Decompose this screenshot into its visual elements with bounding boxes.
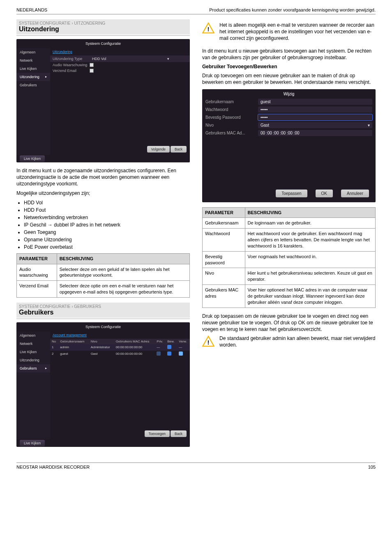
chevron-right-icon: ▸ bbox=[45, 75, 47, 79]
body-text: Mogelijke uitzonderingstypen zijn; bbox=[16, 190, 190, 197]
list-item: HDD Fout bbox=[24, 206, 190, 214]
right-column: ! Het is alleen mogelijk een e-mail te v… bbox=[202, 19, 376, 452]
td: Hier kunt u het gebruikersniveau selecte… bbox=[245, 268, 375, 285]
section-header-exception: SYSTEEM CONFIGURATIE › UITZONDERING Uitz… bbox=[16, 19, 190, 35]
warning-block: ! Het is alleen mogelijk een e-mail te v… bbox=[202, 22, 376, 42]
sidebar-item-gebruikers[interactable]: Gebruikers▸ bbox=[16, 364, 50, 372]
body-text: Druk op toevoegen om een nieuwe gebruike… bbox=[202, 72, 376, 86]
page-footer: NEOSTAR HARDDISK RECORDER 105 bbox=[16, 462, 376, 469]
chevron-right-icon: ▸ bbox=[45, 366, 47, 370]
chevron-down-icon: ▾ bbox=[167, 57, 169, 61]
list-item: PoE Power overbelast bbox=[24, 243, 190, 251]
list-item: Geen Toegang bbox=[24, 229, 190, 236]
sidebar: Algemeen Netwerk Live Kijken Uitzonderin… bbox=[16, 331, 50, 439]
svg-text:!: ! bbox=[208, 25, 210, 32]
td: Verzend Email bbox=[17, 281, 57, 298]
td: Het wachtwoord voor de gebruiker. Een wa… bbox=[245, 229, 375, 252]
th: Nivo bbox=[89, 339, 114, 344]
th: Priv. bbox=[155, 339, 166, 344]
header-left: NEDERLANDS bbox=[16, 7, 47, 12]
ok-button[interactable]: OK bbox=[316, 190, 333, 197]
confirm-password-input[interactable]: ••••• bbox=[258, 114, 372, 120]
sidebar-item-algemeen[interactable]: Algemeen bbox=[16, 331, 50, 340]
th: Gebruikers MAC Adres bbox=[114, 339, 155, 344]
td: De loginnaam van de gebruiker. bbox=[245, 218, 375, 229]
sidebar-item-livekijken[interactable]: Live Kijken bbox=[16, 65, 50, 73]
warning-icon: ! bbox=[202, 335, 214, 347]
th-description: BESCHRIJVING bbox=[245, 207, 375, 218]
breadcrumb: Account management bbox=[50, 331, 190, 339]
list-item: Netwerkverbinding verbroken bbox=[24, 214, 190, 221]
add-button[interactable]: Toevoegen bbox=[145, 430, 170, 437]
privilege-icon[interactable] bbox=[157, 352, 161, 356]
td: Selecteer deze om een geluid af te laten… bbox=[57, 264, 189, 281]
panel-title: Systeem Configuratie bbox=[16, 322, 190, 331]
sidebar-item-uitzondering[interactable]: Uitzondering▸ bbox=[16, 73, 50, 81]
field-label: Wachtwoord bbox=[205, 107, 255, 112]
table-row[interactable]: 1 admin Administrator 00:00:00:00:00:00 … bbox=[50, 344, 190, 351]
divider bbox=[16, 35, 190, 36]
table-row[interactable]: 2 guest Gast 00:00:00:00:00:00 bbox=[50, 351, 190, 357]
sidebar-item-netwerk[interactable]: Netwerk bbox=[16, 340, 50, 348]
exception-type-select[interactable]: HDD Vol▾ bbox=[90, 56, 172, 61]
warning-icon: ! bbox=[202, 22, 214, 34]
kicker: SYSTEEM CONFIGURATIE › UITZONDERING bbox=[19, 21, 187, 25]
user-table: No Gebruikersnaam Nivo Gebruikers MAC Ad… bbox=[50, 339, 190, 357]
exception-param-table: PARAMETERBESCHRIJVING Audio waarschuwing… bbox=[16, 253, 190, 298]
row-label: Verzend Email bbox=[53, 69, 90, 73]
th: Bew. bbox=[166, 339, 177, 344]
delete-icon[interactable] bbox=[179, 352, 183, 356]
panel-title: Systeem Configuratie bbox=[16, 39, 190, 48]
list-item: IP Geschil → dubbel IP adres in het netw… bbox=[24, 221, 190, 229]
th: No bbox=[50, 339, 58, 344]
live-kijken-button[interactable]: Live Kijken bbox=[20, 155, 45, 162]
bullet-list: HDD Vol HDD Fout Netwerkverbinding verbr… bbox=[24, 199, 190, 251]
footer-right: 105 bbox=[368, 465, 376, 469]
td: Bevestig paswoord bbox=[203, 251, 245, 268]
header-right: Product specificaties kunnen zonder voor… bbox=[209, 7, 376, 12]
sidebar-item-livekijken[interactable]: Live Kijken bbox=[16, 348, 50, 356]
subheading: Gebruiker Toevoegen/Bewerken bbox=[202, 63, 376, 70]
td: Nivo bbox=[203, 268, 245, 285]
breadcrumb: Uitzondering bbox=[50, 48, 190, 56]
td: Voer nogmaals het wachtwoord in. bbox=[245, 251, 375, 268]
sidebar-item-gebruikers[interactable]: Gebruikers bbox=[16, 81, 50, 89]
td: Audio waarschuwing bbox=[17, 264, 57, 281]
audio-checkbox[interactable] bbox=[90, 63, 94, 67]
edit-icon[interactable] bbox=[167, 345, 171, 349]
th: Gebruikersnaam bbox=[58, 339, 89, 344]
sidebar-item-algemeen[interactable]: Algemeen bbox=[16, 48, 50, 56]
th-parameter: PARAMETER bbox=[203, 207, 245, 218]
body-text: In dit menu kunt u nieuwe gebruikers toe… bbox=[202, 48, 376, 61]
mac-input[interactable]: 00 :00 :00 :00 :00 :00 bbox=[258, 130, 372, 136]
sidebar-item-netwerk[interactable]: Netwerk bbox=[16, 56, 50, 65]
divider bbox=[16, 319, 190, 319]
title: Uitzondering bbox=[19, 25, 187, 33]
next-button[interactable]: Volgende bbox=[147, 146, 170, 153]
td: Selecteer deze optie om een e-mail te ve… bbox=[57, 281, 189, 298]
field-label: Bevestig Paswoord bbox=[205, 115, 255, 120]
th-description: BESCHRIJVING bbox=[57, 253, 189, 264]
username-input[interactable]: guest bbox=[258, 99, 372, 105]
email-checkbox[interactable] bbox=[90, 69, 94, 73]
back-button[interactable]: Back bbox=[171, 146, 187, 153]
apply-button[interactable]: Toepassen bbox=[276, 190, 307, 197]
th: Verw. bbox=[177, 339, 190, 344]
row-label: Audio Waarschuwing bbox=[53, 63, 90, 67]
edit-icon[interactable] bbox=[167, 352, 171, 356]
list-item: HDD Vol bbox=[24, 199, 190, 206]
warning-text: De standaard gebruiker admin kan alleen … bbox=[219, 335, 376, 348]
list-item: Opname Uitzondering bbox=[24, 236, 190, 243]
back-button[interactable]: Back bbox=[171, 430, 187, 437]
chevron-down-icon: ▾ bbox=[368, 123, 370, 127]
td: Voer hier optioneel het MAC adres in van… bbox=[245, 285, 375, 308]
password-input[interactable]: ••••• bbox=[258, 106, 372, 113]
sidebar-item-uitzondering[interactable]: Uitzondering bbox=[16, 356, 50, 364]
live-kijken-button[interactable]: Live Kijken bbox=[20, 440, 45, 446]
field-label: Gebruikers MAC Ad... bbox=[205, 131, 255, 135]
th-parameter: PARAMETER bbox=[17, 253, 57, 264]
nivo-select[interactable]: Gast▾ bbox=[258, 122, 372, 128]
svg-text:!: ! bbox=[208, 339, 210, 346]
user-param-table: PARAMETERBESCHRIJVING GebruikersnaamDe l… bbox=[202, 207, 376, 308]
cancel-button[interactable]: Annuleer bbox=[341, 190, 369, 197]
